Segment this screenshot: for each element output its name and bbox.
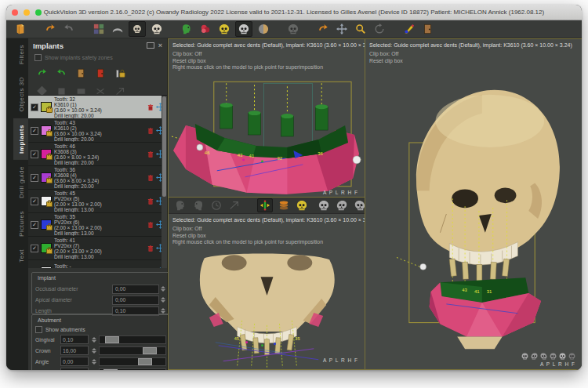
redo-icon[interactable] [61, 22, 77, 36]
gingival-stepper[interactable] [91, 335, 97, 344]
crown-stepper[interactable] [91, 346, 97, 355]
skull-right-view-icon[interactable] [353, 199, 365, 212]
skull-orient-4-icon[interactable] [550, 353, 557, 360]
viewport-bottom[interactable]: Selected: Guide complet avec dents (Defa… [168, 197, 365, 370]
skull-orient-6-icon[interactable] [568, 353, 575, 360]
implant-list-item[interactable]: ✓ Tooth: 35 PV20xx (6) (2.00 × 13.00 × 2… [28, 213, 167, 237]
panoramic-view-icon[interactable] [110, 22, 125, 36]
viewport-right[interactable]: Selected: Guide complet avec dents (Defa… [365, 38, 582, 370]
undo-icon[interactable] [42, 22, 58, 36]
superimposition-icon[interactable] [277, 199, 291, 212]
implant-list-item[interactable]: ✓ Tooth: 32 K3610 (1) (3.60 × 10.00 × 3.… [28, 96, 167, 119]
skull-left-view-icon[interactable] [335, 199, 349, 212]
delete-implant-icon[interactable] [147, 194, 154, 209]
implant-visibility-checkbox[interactable]: ✓ [31, 268, 38, 269]
gum-model-icon[interactable] [198, 22, 213, 36]
rotation-stepper[interactable] [91, 368, 97, 370]
gingival-field[interactable]: 0,10 [60, 335, 89, 344]
viewport-top[interactable]: Selected: Guide complet avec dents (Defa… [168, 38, 365, 198]
skull-view-icon[interactable] [149, 22, 165, 36]
implant-visibility-checkbox[interactable]: ✓ [31, 127, 38, 135]
implant-list-item[interactable]: ✓ Tooth: 45 PV20xx (5) (2.00 × 13.00 × 2… [28, 190, 167, 213]
head-model-icon[interactable] [179, 22, 194, 36]
sidebar-tab-text[interactable]: Text [13, 243, 30, 269]
delete-implant-icon[interactable] [147, 171, 154, 185]
angle-field[interactable]: 0,00 [60, 357, 89, 366]
rotate-view-icon[interactable] [315, 22, 331, 36]
implant-list-item[interactable]: ✓ Tooth: - PV20xx (8) (2.00 × 13.00 × 2.… [28, 260, 167, 268]
implant-list-item[interactable]: ✓ Tooth: 41 PV20xx (7) (2.00 × 13.00 × 2… [28, 237, 167, 260]
delete-implant-icon[interactable] [147, 218, 154, 232]
measure-tool-icon[interactable] [401, 22, 417, 36]
implant-list-scrollbar[interactable] [162, 96, 167, 268]
show-abutments-checkbox[interactable] [35, 326, 42, 333]
zoom-view-icon[interactable] [353, 22, 368, 36]
skull-orient-1-icon[interactable] [521, 353, 528, 360]
sidebar-tab-implants[interactable]: Implants [13, 118, 30, 160]
implant-visibility-checkbox[interactable]: ✓ [31, 150, 38, 158]
delete-implant-icon[interactable] [147, 265, 154, 269]
implant-visibility-checkbox[interactable]: ✓ [31, 174, 38, 182]
viewport-right-reset-link[interactable]: Reset clip box [369, 58, 578, 65]
sidebar-tab-drill-guide[interactable]: Drill guide [13, 160, 30, 205]
close-panel-icon[interactable]: × [158, 42, 162, 49]
occlusal-diameter-field[interactable]: 0,00 [112, 285, 159, 294]
crown-slider[interactable] [99, 346, 166, 355]
rotation-slider[interactable] [99, 368, 166, 371]
skull-gray-icon[interactable] [235, 21, 252, 37]
implant-library-icon[interactable] [74, 67, 88, 79]
implant-view-icon[interactable] [257, 198, 273, 212]
viewport-bottom-canvas[interactable]: 45 35 A P L R H F [169, 250, 365, 369]
face-tool-1-icon[interactable] [173, 199, 187, 212]
implant-undo-icon[interactable] [34, 67, 49, 79]
exit-door-icon[interactable] [420, 22, 436, 36]
implant-visibility-checkbox[interactable]: ✓ [31, 198, 38, 205]
viewport-top-canvas[interactable]: 46 43 41 32 36 A P L R H F [169, 75, 365, 198]
apical-diameter-field[interactable]: 0,00 [112, 296, 159, 305]
skull-front-view-icon[interactable] [317, 199, 331, 212]
occlusal-diameter-stepper[interactable] [160, 285, 166, 294]
delete-implant-icon[interactable] [147, 241, 154, 256]
apical-diameter-stepper[interactable] [160, 296, 166, 305]
implant-list-item[interactable]: ✓ Tooth: 36 K3608 (4) (3.60 × 8.00 × 3.2… [28, 166, 167, 190]
skull-orient-3-icon[interactable] [539, 353, 548, 360]
skull-yellow-small-icon[interactable] [295, 199, 309, 212]
angle-stepper[interactable] [91, 357, 97, 366]
face-tool-2-icon[interactable] [191, 199, 205, 212]
delete-implant-icon[interactable] [147, 124, 154, 138]
detach-panel-icon[interactable] [147, 42, 154, 49]
angle-slider[interactable] [99, 357, 166, 366]
viewport-top-reset-link[interactable]: Reset clip box [172, 58, 361, 65]
implant-list-item[interactable]: ✓ Tooth: 46 K3608 (3) (3.60 × 8.00 × 3.2… [28, 143, 167, 166]
implant-visibility-checkbox[interactable]: ✓ [31, 103, 38, 111]
gingival-slider[interactable] [99, 335, 166, 344]
clock-tool-icon[interactable] [209, 199, 223, 212]
link-tool-icon[interactable] [227, 199, 241, 212]
delete-implant-icon[interactable] [147, 100, 154, 114]
implant-visibility-checkbox[interactable]: ✓ [31, 245, 38, 252]
skull-orient-5-icon[interactable] [559, 353, 566, 360]
viewport-bottom-reset-link[interactable]: Reset clip box [172, 233, 361, 240]
delete-implant-icon[interactable] [147, 147, 154, 161]
half-sphere-icon[interactable] [256, 22, 271, 36]
implant-redo-icon[interactable] [54, 67, 68, 79]
layout-views-icon[interactable] [91, 22, 107, 36]
sidebar-tab-objects3d[interactable]: Objects 3D [13, 71, 30, 118]
viewport-right-canvas[interactable]: 43 41 31 A P L R H F [365, 67, 582, 369]
skull-disabled-icon[interactable] [285, 22, 301, 36]
implant-library-red-icon[interactable] [93, 67, 107, 79]
lock-implants-icon[interactable] [113, 67, 127, 79]
sidebar-tab-filters[interactable]: Filters [13, 38, 30, 71]
safety-zones-checkbox[interactable] [34, 54, 42, 61]
rotation-field[interactable]: 0 [60, 368, 89, 370]
implant-list-item[interactable]: ✓ Tooth: 43 K3610 (2) (3.60 × 10.00 × 3.… [28, 119, 167, 143]
dual-skull-view-icon[interactable] [129, 21, 146, 37]
skull-yellow-icon[interactable] [216, 22, 232, 36]
orbit-view-icon[interactable] [372, 22, 387, 36]
notebook-icon[interactable] [13, 22, 28, 36]
crown-field[interactable]: 16,00 [60, 346, 89, 355]
sidebar-tab-pictures[interactable]: Pictures [13, 205, 30, 243]
pan-view-icon[interactable] [334, 22, 350, 36]
skull-orient-2-icon[interactable] [530, 353, 539, 360]
implant-visibility-checkbox[interactable]: ✓ [31, 221, 38, 229]
